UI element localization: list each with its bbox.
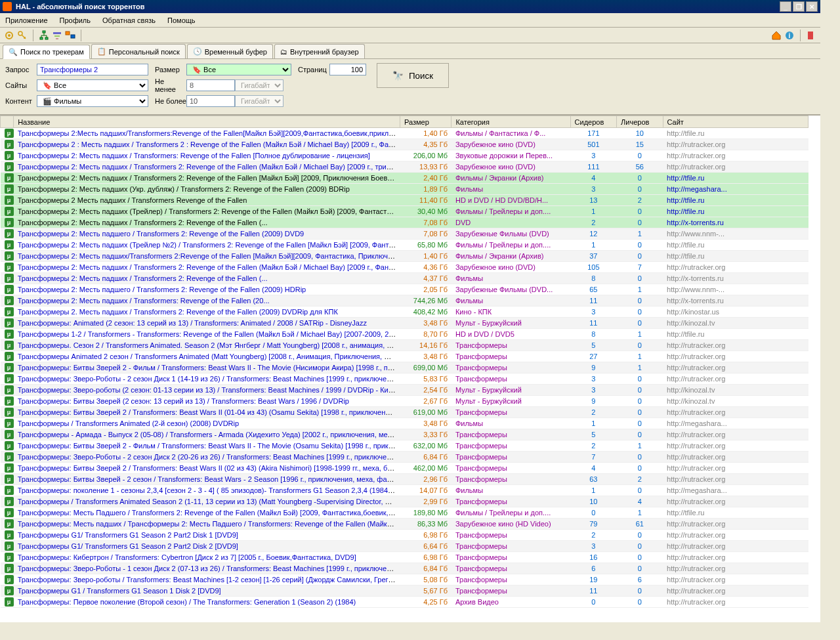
menu-profile[interactable]: Профиль	[60, 16, 91, 24]
table-row[interactable]: μТрансформеры - Армада - Выпуск 2 (05-08…	[1, 429, 808, 440]
row-size: 3,48 Гб	[423, 352, 448, 360]
size-select[interactable]: 🔖 Все	[186, 64, 291, 75]
table-row[interactable]: μТрансформеры: Кибертрон / Transformers:…	[1, 552, 808, 563]
table-row[interactable]: μТрансформеры 2: Месть падших / Transfor…	[1, 173, 808, 184]
svg-rect-13	[808, 32, 813, 39]
table-row[interactable]: μТрансформеры: Зверо-роботы (2 сезон: 01…	[1, 385, 808, 396]
table-row[interactable]: μТрансформеры 2. Месть падших / Transfor…	[1, 307, 808, 318]
sites-select[interactable]: 🔖 Все	[37, 79, 148, 91]
table-row[interactable]: μТрансформеры: Битвы Зверей 2 / Transfor…	[1, 407, 808, 418]
col-size[interactable]: Размер	[400, 116, 452, 128]
row-site: http://kinozal.tv	[667, 397, 715, 405]
close-button[interactable]: ✕	[806, 1, 818, 12]
gear-icon[interactable]	[4, 30, 14, 41]
table-row[interactable]: μТрансформеры 2 Месть падших / Transform…	[1, 195, 808, 206]
table-row[interactable]: μТрансформеры G1/ Transformers G1 Season…	[1, 541, 808, 552]
content-select[interactable]: 🎬 Фильмы	[37, 95, 148, 107]
row-leechers: 0	[638, 219, 642, 226]
row-leechers: 0	[638, 486, 642, 494]
results-table-wrap[interactable]: Название Размер Категория Сидеров Личеро…	[0, 115, 820, 622]
minimize-button[interactable]: _	[780, 1, 791, 12]
col-leechers[interactable]: Личеров	[617, 116, 663, 128]
search-button[interactable]: 🔭 Поиск	[377, 63, 449, 88]
table-row[interactable]: μТрансформеры 2: Месть падших/Transforme…	[1, 251, 808, 262]
row-size: 5,67 Гб	[423, 587, 448, 595]
table-row[interactable]: μТрансформеры 2: Месть падших (Трейлер) …	[1, 206, 808, 217]
tab-browser[interactable]: 🗂 Внутренний браузер	[274, 44, 365, 58]
torrent-icon: μ	[5, 296, 14, 305]
query-input[interactable]	[37, 64, 148, 75]
table-row[interactable]: μТрансформеры G1/ Transformers G1 Season…	[1, 530, 808, 541]
row-leechers: 1	[638, 286, 642, 293]
table-row[interactable]: μТрансформеры 2: Месть падших (Укр. дубл…	[1, 184, 808, 195]
tab-search[interactable]: 🔍 Поиск по трекерам	[3, 45, 90, 59]
language-icon[interactable]	[65, 30, 75, 41]
row-size: 8,70 Гб	[423, 330, 448, 338]
table-row[interactable]: μТрансформеры 2: Месть падших / Transfor…	[1, 273, 808, 284]
col-seeders[interactable]: Сидеров	[570, 116, 616, 128]
table-row[interactable]: μТрансформеры 2: Месть падшего / Transfo…	[1, 228, 808, 240]
table-row[interactable]: μТрансформеры: Animated (2 сезон: 13 сер…	[1, 318, 808, 329]
row-site: http://rutracker.org	[667, 163, 725, 171]
table-row[interactable]: μТрансформеры 2: Месть падшего / Transfo…	[1, 284, 808, 295]
row-size: 2,05 Гб	[423, 286, 448, 293]
table-row[interactable]: μТрансформеры 2: Месть падших / Transfor…	[1, 295, 808, 307]
table-row[interactable]: μТрансформеры: Зверо-Роботы - 1 сезон Ди…	[1, 563, 808, 574]
table-row[interactable]: μТрансформеры: Битвы Зверей - 2 сезон / …	[1, 474, 808, 485]
table-row[interactable]: μТрансформеры: Месть Падшего / Transform…	[1, 507, 808, 519]
menu-help[interactable]: Помощь	[167, 16, 196, 24]
table-row[interactable]: μТрансформеры 2: Месть падших / Transfor…	[1, 161, 808, 173]
table-row[interactable]: μТрансформеры G1 / Transformers G1 Seaso…	[1, 586, 808, 597]
torrent-icon: μ	[5, 385, 14, 395]
torrent-icon: μ	[5, 251, 14, 261]
menu-app[interactable]: Приложение	[5, 16, 48, 24]
table-row[interactable]: μТрансформеры: Зверо-Роботы - 2 сезон Ди…	[1, 452, 808, 463]
table-row[interactable]: μТрансформеры: Зверо-Роботы - 2 сезон Ди…	[1, 373, 808, 385]
table-row[interactable]: μТрансформеры. Сезон 2 / Transformers An…	[1, 340, 808, 351]
home-icon[interactable]	[771, 30, 782, 41]
tree-icon[interactable]	[39, 30, 49, 41]
row-size: 2,54 Гб	[423, 386, 448, 394]
col-category[interactable]: Категория	[452, 116, 570, 128]
menubar: Приложение Профиль Обратная связь Помощь	[0, 13, 820, 28]
row-seeders: 4	[591, 464, 595, 472]
col-site[interactable]: Сайт	[663, 116, 808, 128]
table-row[interactable]: μТрансформеры: Битвы Зверей 2 / Transfor…	[1, 463, 808, 474]
tab-personal[interactable]: 📋 Персональный поиск	[91, 44, 186, 58]
table-row[interactable]: μТрансформеры 2: Месть падших / Transfor…	[1, 262, 808, 273]
row-name: Трансформеры: Зверо-Роботы - 1 сезон Дис…	[18, 565, 400, 572]
col-name[interactable]: Название	[14, 116, 400, 128]
table-row[interactable]: μТрансформеры: Битвы Зверей 2 - Фильм / …	[1, 440, 808, 452]
table-row[interactable]: μТрансформеры 1-2 / Transformers - Trans…	[1, 329, 808, 340]
info-icon[interactable]: i	[784, 30, 795, 41]
key-icon[interactable]	[17, 30, 28, 41]
table-row[interactable]: μТрансформеры / Transformers Animated Se…	[1, 496, 808, 507]
table-row[interactable]: μТрансформеры / Transformers Animated (2…	[1, 418, 808, 429]
row-site: http://rutracker.org	[667, 442, 725, 450]
menu-feedback[interactable]: Обратная связь	[102, 16, 156, 24]
table-row[interactable]: μТрансформеры 2:Месть падших/Transformer…	[1, 128, 808, 139]
table-row[interactable]: μТрансформеры 2: Месть падших / Transfor…	[1, 217, 808, 228]
tab-buffer[interactable]: 🕓 Временный буфер	[187, 44, 273, 58]
table-row[interactable]: μТрансформеры: Битвы Зверей (2 сезон: 13…	[1, 396, 808, 407]
torrent-icon: μ	[5, 475, 14, 484]
table-row[interactable]: μТрансформеры: Зверо-роботы / Transforme…	[1, 574, 808, 586]
table-row[interactable]: μТрансформеры: поколение 1 - сезоны 2,3,…	[1, 485, 808, 496]
row-leechers: 1	[638, 352, 642, 360]
row-category: Мульт - Буржуйский	[455, 386, 522, 394]
table-row[interactable]: μТрансформеры: Месть падших / Трансформе…	[1, 519, 808, 530]
table-row[interactable]: μТрансформеры: Битвы Зверей 2 - Фильм / …	[1, 362, 808, 373]
table-row[interactable]: μТрансформеры 2: Месть падших (Трейлер №…	[1, 240, 808, 251]
pages-input[interactable]	[329, 64, 366, 75]
exit-icon[interactable]	[806, 30, 816, 41]
table-row[interactable]: μТрансформеры 2 : Месть падших / Transfo…	[1, 139, 808, 150]
table-row[interactable]: μТрансформеры 2: Месть падших / Transfor…	[1, 150, 808, 161]
filter-icon[interactable]	[52, 30, 62, 41]
col-icon[interactable]	[1, 116, 14, 128]
maximize-button[interactable]: ❐	[793, 1, 805, 12]
torrent-icon: μ	[5, 352, 14, 361]
row-site: http://rutracker.org	[667, 453, 725, 461]
table-row[interactable]: μТрансформеры Animated 2 сезон / Transfo…	[1, 351, 808, 362]
table-row[interactable]: μТрансформеры: Первое поколение (Второй …	[1, 597, 808, 608]
row-size: 4,37 Гб	[423, 274, 448, 282]
